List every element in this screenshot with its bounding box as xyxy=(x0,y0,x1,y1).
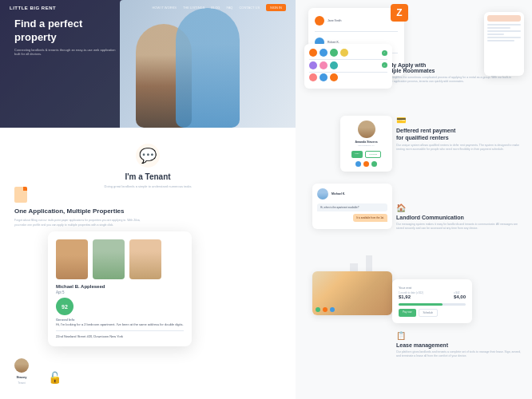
property-badge xyxy=(316,307,335,312)
nav-how-it-works[interactable]: HOW IT WORKS xyxy=(152,6,177,10)
rent-card-title: Your rent xyxy=(399,286,466,290)
deferred-rent-icon: 💳 xyxy=(396,116,524,124)
roommate-avatar-4 xyxy=(340,49,348,57)
profile-actions: Apply Message xyxy=(351,151,381,158)
nav-listings[interactable]: THE LISTINGS xyxy=(183,6,204,10)
hero-person2 xyxy=(176,8,240,128)
deferred-rent-description: Our unique system allows qualified rente… xyxy=(396,144,524,152)
landlord-description: Our messaging system makes it easy for l… xyxy=(396,223,524,231)
mobile-line-5 xyxy=(487,37,521,38)
property-image xyxy=(312,271,392,315)
rent-payment-card: Your rent 1 month to date (c $12) $1,92 … xyxy=(392,279,472,323)
zillow-item-name-1: Jane Smith xyxy=(328,19,342,22)
hero-title: Find a perfect property xyxy=(14,18,118,45)
roommates-card: ✓ ✓ xyxy=(304,44,392,89)
lease-title: Lease management xyxy=(396,342,524,348)
rent-amount-block-1: 1 month to date (c $12) $1,92 xyxy=(399,291,423,299)
rent-buttons: Pay now Schedule xyxy=(399,309,466,317)
hero-subtitle: Connecting landlords & tenants through a… xyxy=(14,48,118,57)
app-photo-2 xyxy=(93,239,125,279)
bottom-tenant-avatar xyxy=(14,358,29,373)
chat-icon: 💬 xyxy=(136,144,160,168)
rent-schedule-button[interactable]: Schedule xyxy=(419,309,439,317)
hero-text-block: Find a perfect property Connecting landl… xyxy=(14,18,118,57)
prop-dot-3 xyxy=(330,307,335,312)
zillow-divider xyxy=(315,31,398,32)
roommate-avatar-6 xyxy=(320,61,328,69)
nav-signin-button[interactable]: SIGN IN xyxy=(266,4,286,11)
profile-social-links xyxy=(355,161,377,167)
social-dot-1 xyxy=(355,161,361,167)
landlord-section: 🏠 Landlord Communication Our messaging s… xyxy=(396,203,524,231)
mobile-line-6 xyxy=(487,40,514,41)
nav-logo: LITTLE BIG RENT xyxy=(10,6,56,10)
bottom-tenant-role: Tenant xyxy=(18,381,25,385)
hero-image xyxy=(120,0,296,128)
social-dot-3 xyxy=(371,161,377,167)
app-unit: Apt 5 xyxy=(56,290,184,294)
roommate-row: ✓ xyxy=(309,49,387,57)
nav-faq[interactable]: FAQ xyxy=(226,6,232,10)
landlord-chat-message2: It is available from the 1st. xyxy=(353,214,387,222)
profile-mobile-card: Amanda Stevens San Francisco, CA Apply M… xyxy=(340,116,392,172)
nav-links: HOW IT WORKS THE LISTINGS BLOG FAQ CONTA… xyxy=(152,4,286,11)
deferred-rent-title: Deffered rent paymentfor qualified rente… xyxy=(396,127,524,141)
roommate-avatar-7 xyxy=(330,61,338,69)
roommate-avatar-2 xyxy=(320,49,328,57)
mobile-line-1 xyxy=(487,24,521,26)
roommate-check: ✓ xyxy=(382,50,387,56)
profile-message-button[interactable]: Message xyxy=(365,151,381,158)
roommate-avatar-3 xyxy=(330,49,338,57)
application-card: Michael B. Appleseed Apt 5 92 General In… xyxy=(48,231,192,346)
zillow-item-name-2: Robert K. xyxy=(328,41,339,44)
roommate-check-2: ✓ xyxy=(382,62,387,68)
prop-dot-2 xyxy=(323,307,328,312)
document-icon xyxy=(14,187,27,203)
profile-apply-button[interactable]: Apply xyxy=(351,151,363,158)
app-address: 22nd Newland Street #20, Downtown New Yo… xyxy=(56,330,184,338)
hero-section: LITTLE BIG RENT HOW IT WORKS THE LISTING… xyxy=(0,0,296,128)
mobile-line-4 xyxy=(487,34,504,35)
navigation: LITTLE BIG RENT HOW IT WORKS THE LISTING… xyxy=(0,4,296,11)
app-applicant-name: Michael B. Appleseed xyxy=(56,284,184,289)
rent-value-1: $1,92 xyxy=(399,294,423,299)
zillow-avatar-1 xyxy=(315,16,324,26)
landlord-icon: 🏠 xyxy=(396,203,524,212)
mobile-line-3 xyxy=(487,30,521,32)
roommate-avatar-10 xyxy=(330,73,338,81)
profile-avatar xyxy=(358,120,375,138)
app-photo-3 xyxy=(129,239,161,279)
landlord-chat-header: Michael K. xyxy=(317,188,387,200)
social-dot-2 xyxy=(363,161,369,167)
rent-pay-now-button[interactable]: Pay now xyxy=(399,309,416,317)
roommates-divider xyxy=(309,59,387,60)
deferred-rent-section: 💳 Deffered rent paymentfor qualified ren… xyxy=(396,116,524,152)
rent-progress-bar xyxy=(399,303,466,306)
lock-icon: 🔓 xyxy=(48,371,62,384)
rent-value-2: $4,00 xyxy=(454,294,466,299)
lease-icon: 📋 xyxy=(396,331,524,340)
prop-dot-1 xyxy=(316,307,320,312)
zillow-item: Jane Smith xyxy=(315,14,398,27)
roommates-divider-2 xyxy=(309,72,387,73)
nav-blog[interactable]: BLOG xyxy=(211,6,220,10)
mobile-line-2 xyxy=(487,27,510,29)
rent-progress-fill xyxy=(399,303,443,306)
landlord-chat-name: Michael K. xyxy=(332,192,345,196)
lease-section: 📋 Lease management Our platform gives la… xyxy=(396,331,524,359)
one-app-title: One Application, Multiple Properties xyxy=(14,207,145,215)
app-general-info-label: General Info xyxy=(56,318,184,322)
roommates-description: Our site simplifies the sometimes compli… xyxy=(380,76,524,85)
nav-contact[interactable]: CONTACT US xyxy=(239,6,260,10)
app-score-badge: 92 xyxy=(56,298,73,315)
lease-description: Our platform gives landlords and tenants… xyxy=(396,350,524,359)
right-panel: Z Jane Smith Robert K. Mary L. 👥 Easily … xyxy=(296,0,532,399)
landlord-chat-message1: Hi, when is the apartment available? xyxy=(317,203,387,211)
app-general-info-text: Hi, I'm looking for a 2 bedroom apartmen… xyxy=(56,322,184,327)
profile-detail: San Francisco, CA xyxy=(358,144,375,147)
property-photo xyxy=(312,271,392,315)
one-app-description: Forget about filling out our multi-point… xyxy=(14,219,145,227)
roommate-avatar-5 xyxy=(309,61,317,69)
mobile-content-lines xyxy=(487,24,521,41)
roommate-avatar-9 xyxy=(320,73,328,81)
